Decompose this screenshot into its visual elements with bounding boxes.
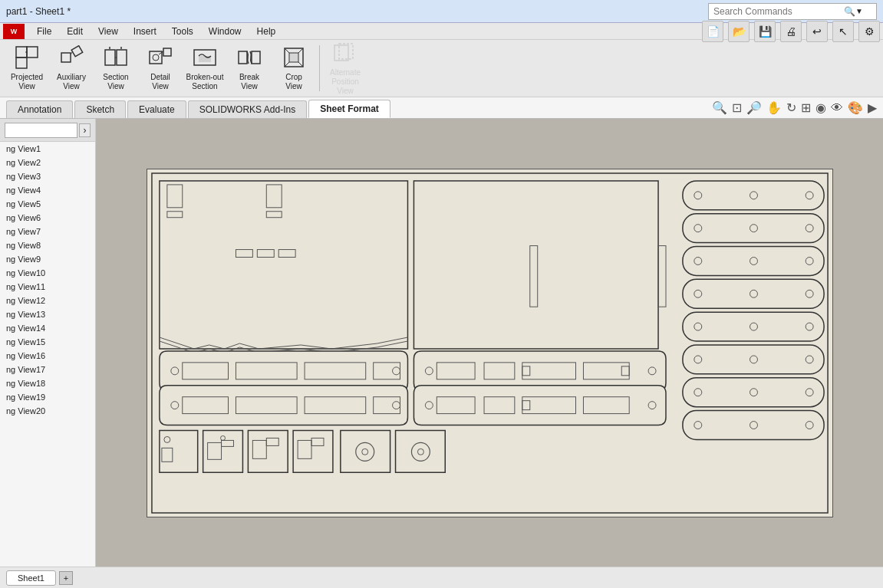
- svg-rect-14: [163, 48, 171, 56]
- menu-bar: W File Edit View Insert Tools Window Hel…: [0, 23, 883, 40]
- sidebar-item[interactable]: ng View10: [0, 266, 95, 280]
- break-view-icon: [237, 45, 262, 70]
- sidebar-item[interactable]: ng View15: [0, 335, 95, 349]
- select-button[interactable]: ↖: [832, 21, 854, 42]
- add-sheet-button[interactable]: +: [59, 571, 73, 585]
- sidebar-item[interactable]: ng View6: [0, 211, 95, 225]
- detail-view-button[interactable]: DetailView: [140, 44, 181, 93]
- sidebar-item[interactable]: ng View18: [0, 376, 95, 390]
- svg-rect-17: [199, 56, 211, 62]
- tab-sketch[interactable]: Sketch: [74, 100, 126, 118]
- sidebar-item[interactable]: ng View17: [0, 363, 95, 376]
- toolbar-right-icons: 📄 📂 💾 🖨 ↩ ↖ ⚙: [702, 21, 880, 42]
- search-input[interactable]: [713, 6, 844, 17]
- menu-item-insert[interactable]: Insert: [127, 25, 163, 38]
- title-bar: part1 - Sheet1 * 🔍 ▼: [0, 0, 883, 23]
- zoom-fit-icon[interactable]: 🔍: [712, 100, 727, 115]
- tab-row: Annotation Sketch Evaluate SOLIDWORKS Ad…: [0, 97, 883, 119]
- sidebar-item[interactable]: ng View16: [0, 349, 95, 363]
- svg-rect-48: [682, 279, 823, 308]
- new-button[interactable]: 📄: [702, 21, 723, 42]
- svg-rect-7: [105, 50, 115, 65]
- sidebar-item[interactable]: ng View20: [0, 404, 95, 418]
- options-button[interactable]: ⚙: [858, 21, 880, 42]
- undo-button[interactable]: ↩: [806, 21, 828, 42]
- menu-item-file[interactable]: File: [31, 25, 58, 38]
- alternate-position-view-button[interactable]: AlternatePositionView: [325, 44, 366, 93]
- tab-evaluate[interactable]: Evaluate: [127, 100, 186, 118]
- chevron-down-icon[interactable]: ▼: [855, 7, 863, 15]
- break-view-button[interactable]: BreakView: [229, 44, 270, 93]
- projected-view-button[interactable]: ProjectedView: [6, 44, 48, 93]
- sidebar-header: ›: [0, 119, 95, 142]
- sidebar-list: ng View1ng View2ng View3ng View4ng View5…: [0, 142, 95, 567]
- zoom-select-icon[interactable]: 🔎: [746, 100, 762, 115]
- sidebar-item[interactable]: ng View4: [0, 183, 95, 197]
- display-style-icon[interactable]: ◉: [815, 100, 826, 115]
- save-button[interactable]: 💾: [754, 21, 776, 42]
- sidebar-item[interactable]: ng View7: [0, 225, 95, 238]
- sidebar-item[interactable]: ng View2: [0, 156, 95, 169]
- menu-item-view[interactable]: View: [92, 25, 124, 38]
- svg-rect-98: [203, 430, 242, 472]
- svg-rect-23: [339, 44, 353, 59]
- sidebar-item[interactable]: ng View3: [0, 169, 95, 183]
- auxiliary-view-label: AuxiliaryView: [57, 73, 86, 91]
- sidebar-item[interactable]: ng View1: [0, 142, 95, 156]
- projected-view-label: ProjectedView: [11, 73, 43, 91]
- alternate-position-view-icon: [333, 41, 357, 65]
- break-view-label: BreakView: [239, 73, 259, 91]
- svg-rect-25: [159, 180, 407, 348]
- sidebar-item[interactable]: ng View9: [0, 252, 95, 266]
- pan-icon[interactable]: ✋: [766, 100, 782, 115]
- alternate-position-view-label: AlternatePositionView: [330, 68, 361, 96]
- appearance-icon[interactable]: 🎨: [848, 100, 863, 115]
- svg-rect-0: [16, 47, 27, 57]
- zoom-sheet-icon[interactable]: ⊡: [732, 100, 742, 115]
- sidebar: › ng View1ng View2ng View3ng View4ng Vie…: [0, 119, 96, 567]
- svg-rect-52: [682, 312, 823, 341]
- menu-item-edit[interactable]: Edit: [61, 25, 89, 38]
- crop-view-icon: [282, 45, 306, 70]
- svg-rect-40: [682, 213, 823, 242]
- sidebar-item[interactable]: ng View11: [0, 280, 95, 294]
- hide-show-icon[interactable]: 👁: [831, 101, 843, 115]
- rotate-icon[interactable]: ↻: [786, 100, 796, 115]
- search-area[interactable]: 🔍 ▼: [708, 3, 877, 20]
- sidebar-item[interactable]: ng View5: [0, 197, 95, 211]
- sidebar-item[interactable]: ng View13: [0, 307, 95, 321]
- sidebar-item[interactable]: ng View14: [0, 321, 95, 335]
- toolbar: ProjectedView AuxiliaryView SectionView: [0, 40, 883, 97]
- crop-view-button[interactable]: CropView: [273, 44, 315, 93]
- broken-out-section-label: Broken-outSection: [186, 73, 224, 91]
- menu-item-window[interactable]: Window: [203, 25, 248, 38]
- auxiliary-view-button[interactable]: AuxiliaryView: [51, 44, 92, 93]
- menu-item-help[interactable]: Help: [251, 25, 282, 38]
- svg-rect-56: [682, 344, 823, 373]
- svg-rect-64: [682, 410, 823, 439]
- search-icon[interactable]: 🔍: [844, 6, 855, 17]
- view-orient-icon[interactable]: ⊞: [801, 100, 811, 115]
- sidebar-item[interactable]: ng View19: [0, 390, 95, 404]
- canvas-area[interactable]: [96, 119, 883, 567]
- sidebar-item[interactable]: ng View8: [0, 238, 95, 252]
- tab-sheet-format[interactable]: Sheet Format: [308, 100, 390, 118]
- svg-rect-105: [293, 430, 333, 472]
- tab-annotation[interactable]: Annotation: [6, 100, 73, 118]
- sidebar-item[interactable]: ng View12: [0, 294, 95, 307]
- svg-rect-18: [239, 51, 247, 64]
- tab-solidworks-addins[interactable]: SOLIDWORKS Add-Ins: [188, 100, 307, 118]
- collapse-icon[interactable]: ▶: [868, 100, 877, 115]
- svg-rect-35: [658, 245, 666, 307]
- sidebar-search[interactable]: [5, 123, 77, 138]
- svg-rect-111: [395, 430, 445, 472]
- sheet-tab-1[interactable]: Sheet1: [6, 570, 56, 586]
- print-button[interactable]: 🖨: [780, 21, 802, 42]
- detail-view-label: DetailView: [150, 73, 170, 91]
- broken-out-section-button[interactable]: Broken-outSection: [184, 44, 226, 93]
- section-view-button[interactable]: SectionView: [95, 44, 137, 93]
- open-button[interactable]: 📂: [728, 21, 750, 42]
- sidebar-expand-toggle[interactable]: ›: [79, 123, 91, 137]
- svg-rect-21: [289, 53, 298, 62]
- menu-item-tools[interactable]: Tools: [166, 25, 199, 38]
